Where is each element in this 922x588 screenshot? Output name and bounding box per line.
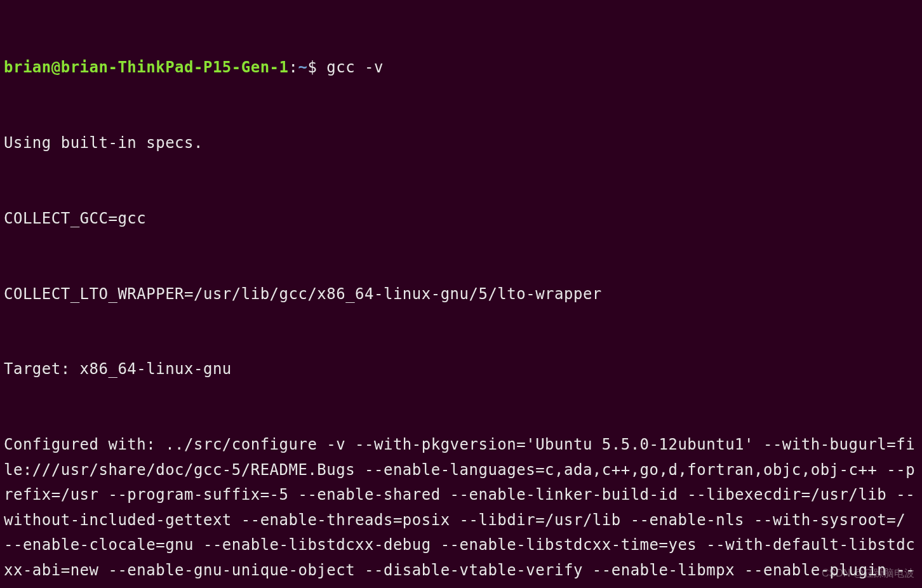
- watermark-text: CSDN @狂躁脑电波: [822, 565, 914, 582]
- output-line: Configured with: ../src/configure -v --w…: [4, 432, 918, 588]
- prompt-path: ~: [298, 58, 307, 76]
- output-line: COLLECT_LTO_WRAPPER=/usr/lib/gcc/x86_64-…: [4, 282, 918, 307]
- output-line: Using built-in specs.: [4, 131, 918, 156]
- output-line: COLLECT_GCC=gcc: [4, 206, 918, 232]
- prompt-separator: :: [288, 58, 298, 76]
- prompt-user-host: brian@brian-ThinkPad-P15-Gen-1: [4, 58, 288, 76]
- prompt-line: brian@brian-ThinkPad-P15-Gen-1:~$ gcc -v: [4, 55, 918, 81]
- command-text: gcc -v: [326, 58, 384, 76]
- terminal-window[interactable]: brian@brian-ThinkPad-P15-Gen-1:~$ gcc -v…: [4, 5, 918, 588]
- prompt-symbol: $: [307, 58, 317, 76]
- output-line: Target: x86_64-linux-gnu: [4, 357, 918, 382]
